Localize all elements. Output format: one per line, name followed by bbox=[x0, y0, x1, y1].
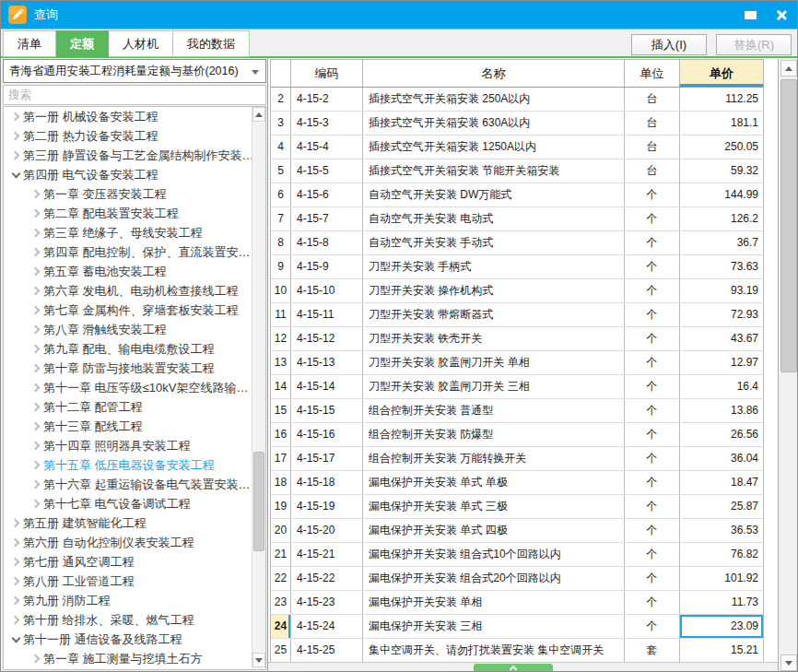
tree-item[interactable]: 第二章 配电装置安装工程 bbox=[4, 204, 265, 223]
cell-code[interactable]: 4-15-24 bbox=[291, 615, 363, 638]
tab[interactable]: 清单 bbox=[3, 30, 56, 57]
cell-name[interactable]: 插接式空气开关箱安装 630A以内 bbox=[363, 112, 625, 135]
cell-rownum[interactable]: 25 bbox=[271, 639, 291, 662]
cell-rownum[interactable]: 4 bbox=[271, 136, 291, 159]
expand-panel-button[interactable] bbox=[474, 664, 553, 672]
expand-icon[interactable] bbox=[8, 539, 23, 546]
expand-icon[interactable] bbox=[29, 384, 43, 391]
cell-unit[interactable]: 个 bbox=[625, 327, 680, 350]
cell-name[interactable]: 自动空气开关安装 DW万能式 bbox=[363, 183, 625, 206]
tree-item[interactable]: 第八章 滑触线安装工程 bbox=[4, 320, 265, 339]
cell-price[interactable]: 36.7 bbox=[680, 231, 764, 254]
cell-price[interactable]: 13.86 bbox=[680, 399, 764, 422]
replace-button[interactable]: 替换(R) bbox=[716, 34, 792, 55]
tree-item[interactable]: 第九章 配电、输电电缆敷设工程 bbox=[4, 339, 265, 359]
cell-unit[interactable]: 套 bbox=[625, 639, 680, 662]
expand-icon[interactable] bbox=[29, 655, 43, 662]
cell-code[interactable]: 4-15-25 bbox=[291, 639, 363, 662]
table-row[interactable]: 21 4-15-21 漏电保护开关安装 组合式10个回路以内 个 76.82 bbox=[271, 543, 764, 567]
cell-unit[interactable]: 个 bbox=[625, 447, 680, 470]
table-row[interactable]: 4 4-15-4 插接式空气开关箱安装 1250A以内 台 250.05 bbox=[271, 136, 764, 159]
tree-item[interactable]: 第五章 蓄电池安装工程 bbox=[4, 262, 265, 281]
cell-code[interactable]: 4-15-20 bbox=[291, 519, 363, 542]
cell-unit[interactable]: 个 bbox=[625, 543, 680, 566]
cell-code[interactable]: 4-15-17 bbox=[291, 447, 363, 470]
header-code[interactable]: 编码 bbox=[291, 60, 363, 87]
expand-icon[interactable] bbox=[8, 520, 23, 526]
tree-item[interactable]: 第十册 给排水、采暖、燃气工程 bbox=[4, 610, 265, 630]
cell-unit[interactable]: 台 bbox=[625, 112, 680, 135]
cell-name[interactable]: 组合控制开关安装 防爆型 bbox=[363, 423, 625, 446]
expand-icon[interactable] bbox=[29, 288, 43, 294]
cell-code[interactable]: 4-15-11 bbox=[291, 303, 363, 326]
cell-unit[interactable]: 个 bbox=[625, 519, 680, 542]
cell-code[interactable]: 4-15-3 bbox=[291, 112, 363, 135]
cell-name[interactable]: 组合控制开关安装 万能转换开关 bbox=[363, 447, 625, 470]
cell-name[interactable]: 刀型开关安装 胶盖闸刀开关 单相 bbox=[363, 351, 625, 374]
cell-code[interactable]: 4-15-7 bbox=[291, 207, 363, 230]
cell-rownum[interactable]: 12 bbox=[271, 327, 291, 350]
cell-rownum[interactable]: 13 bbox=[271, 351, 291, 374]
close-button[interactable] bbox=[766, 1, 797, 29]
expand-icon[interactable] bbox=[8, 152, 23, 159]
cell-rownum[interactable]: 17 bbox=[271, 447, 291, 470]
cell-code[interactable]: 4-15-19 bbox=[291, 495, 363, 518]
cell-unit[interactable]: 个 bbox=[625, 567, 680, 590]
table-row[interactable]: 14 4-15-14 刀型开关安装 胶盖闸刀开关 三相 个 16.4 bbox=[271, 375, 764, 399]
cell-rownum[interactable]: 18 bbox=[271, 471, 291, 494]
cell-code[interactable]: 4-15-9 bbox=[291, 255, 363, 278]
table-row[interactable]: 20 4-15-20 漏电保护开关安装 单式 四极 个 36.53 bbox=[271, 519, 764, 543]
cell-rownum[interactable]: 19 bbox=[271, 495, 291, 518]
table-row[interactable]: 23 4-15-23 漏电保护开关安装 单相 个 11.73 bbox=[271, 591, 764, 615]
tree-item[interactable]: 第二册 热力设备安装工程 bbox=[4, 126, 265, 146]
cell-price[interactable]: 73.63 bbox=[680, 255, 764, 278]
cell-unit[interactable]: 个 bbox=[625, 591, 680, 614]
cell-price[interactable]: 25.87 bbox=[680, 495, 764, 518]
expand-icon[interactable] bbox=[8, 559, 23, 565]
expand-icon[interactable] bbox=[8, 597, 23, 604]
cell-rownum[interactable]: 15 bbox=[271, 399, 291, 422]
cell-name[interactable]: 刀型开关安装 带熔断器式 bbox=[363, 303, 625, 326]
cell-code[interactable]: 4-15-18 bbox=[291, 471, 363, 494]
cell-price[interactable]: 26.56 bbox=[680, 423, 764, 446]
cell-price[interactable]: 250.05 bbox=[680, 136, 764, 159]
table-row[interactable]: 5 4-15-5 插接式空气开关箱安装 节能开关箱安装 台 59.32 bbox=[271, 159, 764, 183]
cell-name[interactable]: 自动空气开关安装 电动式 bbox=[363, 207, 625, 230]
expand-icon[interactable] bbox=[29, 423, 43, 430]
tree-item[interactable]: 第十章 防雷与接地装置安装工程 bbox=[4, 359, 265, 378]
table-row[interactable]: 10 4-15-10 刀型开关安装 操作机构式 个 93.19 bbox=[271, 279, 764, 303]
cell-unit[interactable]: 个 bbox=[625, 423, 680, 446]
expand-icon[interactable] bbox=[29, 481, 43, 488]
cell-price[interactable]: 36.04 bbox=[680, 447, 764, 470]
cell-price[interactable]: 12.97 bbox=[680, 351, 764, 374]
tree-item[interactable]: 第四章 配电控制、保护、直流装置安… bbox=[4, 242, 265, 262]
tree-item[interactable]: 第一册 机械设备安装工程 bbox=[4, 107, 265, 126]
cell-name[interactable]: 刀型开关安装 胶盖闸刀开关 三相 bbox=[363, 375, 625, 398]
cell-name[interactable]: 漏电保护开关安装 单式 四极 bbox=[363, 519, 625, 542]
expand-icon[interactable] bbox=[8, 171, 23, 179]
table-row[interactable]: 12 4-15-12 刀型开关安装 铁壳开关 个 43.67 bbox=[271, 327, 764, 351]
tree-item[interactable]: 第七章 金属构件、穿墙套板安装工程 bbox=[4, 301, 265, 320]
cell-code[interactable]: 4-15-2 bbox=[291, 88, 363, 111]
tree-item[interactable]: 第十一册 通信设备及线路工程 bbox=[4, 630, 265, 649]
table-row[interactable]: 24 4-15-24 漏电保护开关安装 三相 个 23.09 bbox=[271, 615, 764, 639]
cell-code[interactable]: 4-15-6 bbox=[291, 183, 363, 206]
tree-item[interactable]: 第十二章 配管工程 bbox=[4, 397, 265, 417]
table-scrollbar-thumb[interactable] bbox=[780, 79, 797, 372]
table-row[interactable]: 7 4-15-7 自动空气开关安装 电动式 个 126.2 bbox=[271, 207, 764, 231]
tree-item[interactable]: 第九册 消防工程 bbox=[4, 591, 265, 610]
cell-unit[interactable]: 个 bbox=[625, 399, 680, 422]
expand-icon[interactable] bbox=[29, 249, 43, 255]
cell-rownum[interactable]: 9 bbox=[271, 255, 291, 278]
expand-icon[interactable] bbox=[29, 210, 43, 217]
cell-rownum[interactable]: 6 bbox=[271, 183, 291, 206]
tree-item[interactable]: 第一章 施工测量与挖填土石方 bbox=[4, 649, 265, 668]
cell-name[interactable]: 漏电保护开关安装 三相 bbox=[363, 615, 625, 638]
tab[interactable]: 我的数据 bbox=[173, 30, 250, 57]
tree-item[interactable]: 第一章 变压器安装工程 bbox=[4, 184, 265, 204]
tree-item[interactable]: 第三册 静置设备与工艺金属结构制作安装… bbox=[4, 146, 265, 165]
tree-scrollbar[interactable] bbox=[252, 107, 265, 669]
table-row[interactable]: 8 4-15-8 自动空气开关安装 手动式 个 36.7 bbox=[271, 231, 764, 255]
cell-code[interactable]: 4-15-5 bbox=[291, 159, 363, 183]
expand-icon[interactable] bbox=[8, 113, 23, 120]
